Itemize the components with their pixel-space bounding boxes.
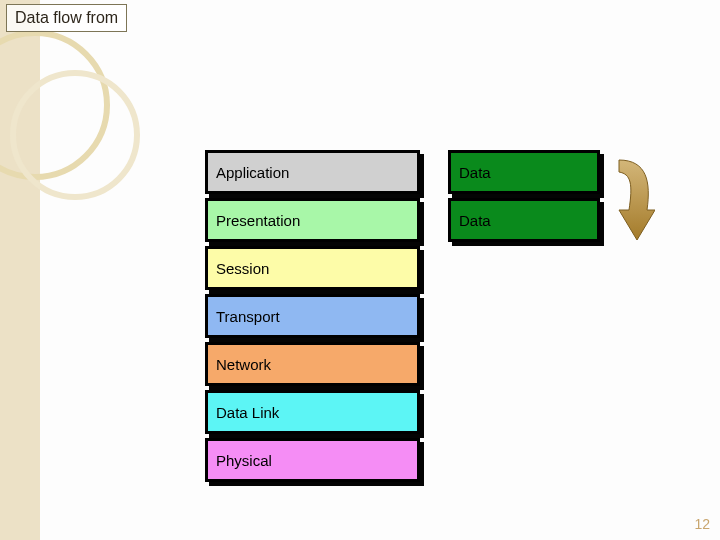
- layer-label: Application: [216, 164, 289, 181]
- osi-layer-stack: Application Presentation Session Transpo…: [205, 150, 420, 486]
- layer-session: Session: [205, 246, 420, 290]
- decorative-circle: [10, 70, 140, 200]
- layer-label: Data Link: [216, 404, 279, 421]
- layer-presentation: Presentation: [205, 198, 420, 242]
- slide-title: Data flow from: [6, 4, 127, 32]
- curved-down-arrow-icon: [613, 154, 655, 244]
- layer-transport: Transport: [205, 294, 420, 338]
- data-block-application: Data: [448, 150, 600, 194]
- layer-label: Transport: [216, 308, 280, 325]
- layer-datalink: Data Link: [205, 390, 420, 434]
- layer-label: Presentation: [216, 212, 300, 229]
- page-number: 12: [694, 516, 710, 532]
- data-label: Data: [459, 164, 491, 181]
- data-label: Data: [459, 212, 491, 229]
- layer-label: Physical: [216, 452, 272, 469]
- layer-application: Application: [205, 150, 420, 194]
- layer-network: Network: [205, 342, 420, 386]
- layer-label: Session: [216, 260, 269, 277]
- layer-physical: Physical: [205, 438, 420, 482]
- data-block-presentation: Data: [448, 198, 600, 242]
- layer-label: Network: [216, 356, 271, 373]
